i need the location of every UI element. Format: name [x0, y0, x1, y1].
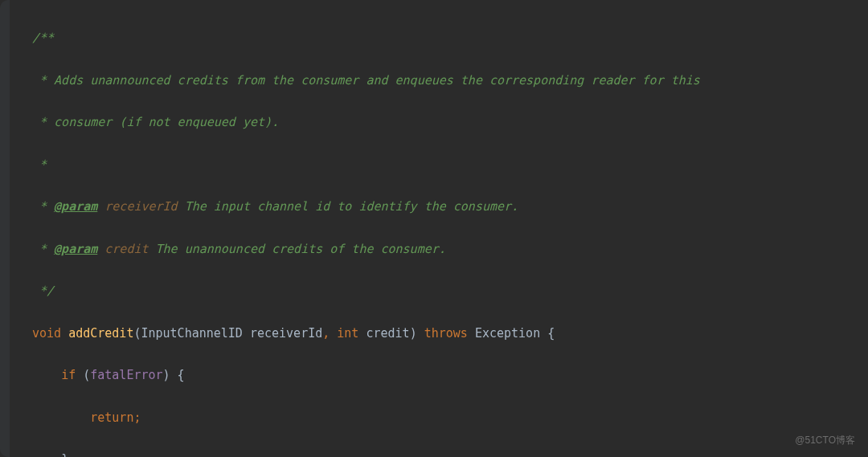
code-area[interactable]: /** * Adds unannounced credits from the … [0, 6, 868, 457]
code-line: return; [32, 407, 868, 428]
code-line: if (fatalError) { [32, 365, 868, 386]
code-line: } [32, 449, 868, 457]
code-line: * consumer (if not enqueued yet). [32, 112, 868, 133]
field: fatalError [90, 368, 162, 382]
javadoc-tag: @param [54, 199, 97, 214]
code-line: * [32, 154, 868, 175]
keyword-return: return [90, 410, 133, 425]
type: InputChannelID [141, 326, 242, 341]
keyword-throws: throws [424, 326, 468, 341]
javadoc-open: /** [32, 31, 54, 45]
keyword-void: void [32, 326, 61, 341]
javadoc-param-name: credit [104, 242, 148, 256]
javadoc-param-desc: The unannounced credits of the consumer. [156, 242, 446, 256]
code-line: /** [32, 27, 868, 48]
javadoc-param-desc: The input channel id to identify the con… [185, 199, 518, 214]
keyword-if: if [61, 368, 76, 382]
javadoc-close: */ [32, 284, 54, 298]
code-line: */ [32, 280, 868, 301]
param: receiverId [250, 326, 322, 341]
method-name: addCredit [68, 326, 133, 341]
code-line: void addCredit(InputChannelID receiverId… [32, 323, 868, 344]
keyword-int: int [337, 326, 358, 341]
watermark: @51CTO博客 [795, 432, 855, 449]
javadoc-param-name: receiverId [104, 199, 177, 214]
gutter [0, 0, 10, 457]
javadoc-tag: @param [54, 242, 97, 256]
code-editor[interactable]: /** * Adds unannounced credits from the … [0, 0, 868, 457]
type: Exception [475, 326, 540, 341]
javadoc-text: * Adds unannounced credits from the cons… [32, 73, 700, 88]
param: credit [366, 326, 409, 341]
javadoc-text: * consumer (if not enqueued yet). [32, 115, 279, 129]
code-line: * Adds unannounced credits from the cons… [32, 70, 868, 91]
javadoc-blank: * [32, 157, 47, 172]
code-line: * @param receiverId The input channel id… [32, 196, 868, 217]
code-line: * @param credit The unannounced credits … [32, 239, 868, 259]
